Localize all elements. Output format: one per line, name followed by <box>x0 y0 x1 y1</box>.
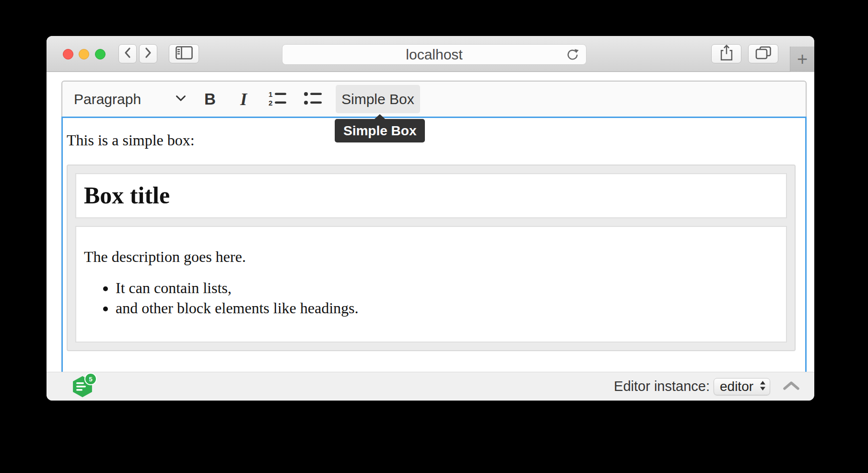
description-list: It can contain lists, and other block el… <box>84 278 778 318</box>
forward-button[interactable] <box>139 44 157 63</box>
web-page: Paragraph B I 1 2 <box>47 72 814 372</box>
sidebar-icon <box>176 46 193 61</box>
list-item[interactable]: and other block elements like headings. <box>116 298 778 318</box>
version-badge: 5 <box>84 373 97 385</box>
ckeditor-hexagon-icon <box>71 390 94 399</box>
numbered-list-icon: 1 2 <box>268 90 288 108</box>
share-icon <box>719 44 734 63</box>
address-bar[interactable]: localhost <box>282 44 586 65</box>
simple-box-widget[interactable]: Box title The description goes here. It … <box>67 165 796 351</box>
simple-box-button[interactable]: Simple Box <box>336 85 420 113</box>
svg-text:1: 1 <box>269 90 272 98</box>
inspector-bar: 5 Editor instance: editor <box>47 372 814 401</box>
chevron-down-icon <box>176 95 186 104</box>
zoom-window-button[interactable] <box>95 49 106 59</box>
list-item[interactable]: It can contain lists, <box>116 278 778 297</box>
simple-box-tooltip: Simple Box <box>335 119 425 142</box>
expand-inspector-button[interactable] <box>783 381 800 392</box>
browser-toolbar: localhost <box>47 36 814 72</box>
reload-button[interactable] <box>566 48 579 61</box>
numbered-list-button[interactable]: 1 2 <box>265 85 291 113</box>
editor-instance-value: editor <box>720 379 760 394</box>
select-arrows-icon <box>760 380 766 393</box>
minimize-window-button[interactable] <box>79 49 89 59</box>
bulleted-list-button[interactable] <box>300 85 326 113</box>
heading-dropdown[interactable]: Paragraph <box>70 85 188 113</box>
box-description-container[interactable]: The description goes here. It can contai… <box>75 226 787 343</box>
bold-button[interactable]: B <box>198 85 223 113</box>
tooltip-text: Simple Box <box>343 123 416 138</box>
sidebar-toggle-button[interactable] <box>169 44 199 63</box>
box-title[interactable]: Box title <box>84 182 778 210</box>
simple-box-button-label: Simple Box <box>341 91 414 107</box>
new-tab-button[interactable]: + <box>790 47 814 72</box>
italic-button[interactable]: I <box>232 85 255 113</box>
chevron-right-icon <box>144 47 152 60</box>
back-button[interactable] <box>118 44 137 63</box>
chevron-left-icon <box>124 47 131 60</box>
editor-editable[interactable]: This is a simple box: Box title The desc… <box>61 117 807 372</box>
box-title-container[interactable]: Box title <box>75 173 787 218</box>
chevron-up-icon <box>783 381 800 392</box>
editor-instance-select[interactable]: editor <box>714 378 770 395</box>
plus-icon: + <box>797 49 808 70</box>
bulleted-list-icon <box>303 90 323 108</box>
italic-icon: I <box>240 89 247 109</box>
tabs-icon <box>755 46 772 62</box>
share-button[interactable] <box>711 44 741 63</box>
intro-paragraph[interactable]: This is a simple box: <box>67 131 796 149</box>
safari-window: localhost <box>47 36 814 401</box>
svg-text:2: 2 <box>269 98 272 106</box>
address-text: localhost <box>406 47 462 63</box>
editor-instance-label: Editor instance: <box>614 378 710 394</box>
heading-dropdown-label: Paragraph <box>74 91 141 107</box>
ckeditor-logo[interactable]: 5 <box>71 376 94 397</box>
tab-overview-button[interactable] <box>748 44 778 63</box>
bold-icon: B <box>204 90 216 108</box>
editor-toolbar: Paragraph B I 1 2 <box>61 81 807 117</box>
close-window-button[interactable] <box>63 49 73 59</box>
description-paragraph[interactable]: The description goes here. <box>84 248 778 266</box>
